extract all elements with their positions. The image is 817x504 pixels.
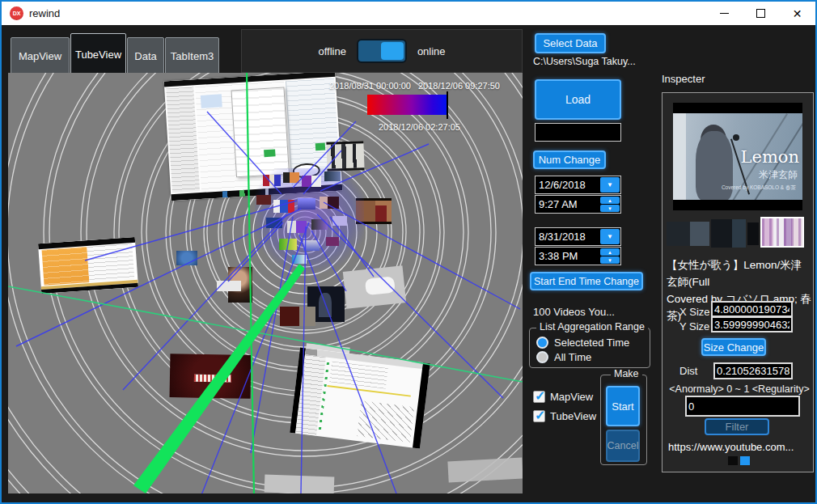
- filmstrip-thumbnail[interactable]: [667, 222, 709, 246]
- close-button[interactable]: ✕: [779, 2, 815, 25]
- time-gradient-bar[interactable]: [367, 95, 447, 115]
- start-end-time-change-button[interactable]: Start End Time Change: [530, 272, 643, 290]
- app-window: DX rewind ✕ MapView TubeView Data TabIte…: [0, 0, 817, 504]
- filmstrip-thumbnail[interactable]: [747, 222, 759, 245]
- groupbox-title: List Aggregation Range: [536, 321, 648, 332]
- anomaly-scale-label: <Anormaly> 0 ~ 1 <Regularity>: [665, 383, 814, 395]
- start-date-value: 8/31/2018: [539, 231, 586, 243]
- button-label: Select Data: [543, 37, 597, 49]
- button-label: Size Change: [704, 341, 764, 354]
- make-groupbox: Make Start Cancel: [600, 375, 647, 465]
- start-time-value: 3:38 PM: [539, 250, 578, 262]
- button-label: Num Change: [539, 154, 601, 166]
- page-dot-2-active[interactable]: [740, 456, 750, 465]
- radio-label[interactable]: All Time: [554, 351, 591, 363]
- filmstrip-thumbnail-selected[interactable]: [760, 217, 804, 248]
- select-data-button[interactable]: Select Data: [535, 33, 606, 53]
- end-time-picker[interactable]: 9:27 AM ▲▼: [535, 195, 621, 214]
- data-text-input[interactable]: [535, 123, 621, 142]
- maximize-icon: [756, 9, 765, 18]
- radio-selected-time[interactable]: [536, 337, 548, 349]
- video-url-link[interactable]: https://www.youtube.com...: [668, 441, 794, 453]
- selected-video-thumbnail[interactable]: Lemon 米津玄師 Covered by KOBASOLO & 春茶: [673, 103, 802, 210]
- url-text[interactable]: https://www.youtube.com...: [668, 441, 794, 453]
- num-change-button[interactable]: Num Change: [533, 150, 606, 169]
- spinner-up-icon[interactable]: ▲: [600, 248, 620, 256]
- button-label: Start End Time Change: [534, 276, 639, 287]
- dist-input[interactable]: [713, 362, 793, 379]
- videos-count-label: 100 Videos You...: [533, 306, 615, 318]
- filter-button[interactable]: Filter: [705, 418, 769, 435]
- maximize-button[interactable]: [743, 2, 779, 25]
- mapview-checkbox[interactable]: [533, 391, 545, 403]
- radio-all-time[interactable]: [536, 351, 548, 363]
- spinner-up-icon[interactable]: ▲: [600, 197, 620, 204]
- calendar-dropdown-icon[interactable]: [600, 177, 620, 193]
- button-label: Cancel: [607, 440, 639, 451]
- x-size-label: X Size: [679, 306, 710, 318]
- title-bar: DX rewind ✕: [2, 2, 815, 25]
- video-title-line1: 【女性が歌う】Lemon/米津玄師(Full: [667, 256, 812, 290]
- tubeview-checkbox-label[interactable]: TubeView: [550, 410, 596, 422]
- close-icon: ✕: [793, 8, 802, 19]
- spinner-down-icon[interactable]: ▼: [600, 256, 620, 264]
- calendar-dropdown-icon[interactable]: [600, 229, 620, 244]
- pagination-dots[interactable]: [728, 456, 750, 465]
- offline-label: offline: [318, 45, 345, 57]
- button-label: Filter: [726, 421, 749, 433]
- legend-marker-time: 2018/12/06 02:27:05: [379, 122, 460, 132]
- page-dot-1[interactable]: [728, 456, 738, 465]
- toggle-knob: [381, 42, 404, 60]
- thumbnail-artist-text: 米津玄師: [759, 168, 798, 182]
- online-toggle[interactable]: [357, 39, 407, 63]
- mapview-checkbox-label[interactable]: MapView: [550, 391, 593, 403]
- load-button[interactable]: Load: [535, 79, 621, 120]
- time-spinner[interactable]: ▲▼: [600, 197, 620, 212]
- button-label: Start: [612, 400, 633, 413]
- x-size-input[interactable]: [711, 301, 793, 317]
- start-button[interactable]: Start: [606, 386, 640, 426]
- dist-label: Dist: [679, 365, 697, 377]
- anomaly-input[interactable]: [685, 396, 800, 417]
- axes-and-links: [8, 73, 523, 493]
- online-label: online: [417, 45, 446, 57]
- y-size-label: Y Size: [679, 320, 709, 332]
- radio-label[interactable]: Selecteted Time: [554, 337, 629, 349]
- inspector-title: Inspecter: [662, 73, 705, 85]
- tab-data[interactable]: Data: [127, 37, 164, 75]
- legend-start-time: 2018/08/31 00:00:00: [329, 81, 411, 91]
- start-date-picker[interactable]: 8/31/2018: [535, 227, 621, 246]
- cancel-button[interactable]: Cancel: [606, 430, 640, 462]
- tab-label: TabItem3: [171, 50, 214, 62]
- legend-end-time: 2018/12/06 09:27:50: [418, 81, 500, 91]
- tab-label: MapView: [19, 50, 61, 62]
- end-date-value: 12/6/2018: [539, 179, 586, 191]
- tab-mapview[interactable]: MapView: [11, 37, 70, 75]
- start-time-picker[interactable]: 3:38 PM ▲▼: [535, 247, 621, 265]
- button-label: Load: [565, 93, 591, 106]
- end-date-picker[interactable]: 12/6/2018: [535, 176, 621, 194]
- spinner-down-icon[interactable]: ▼: [600, 205, 620, 212]
- tubeview-checkbox[interactable]: [533, 410, 545, 422]
- thumbnail-title-text: Lemon: [741, 147, 799, 167]
- size-change-button[interactable]: Size Change: [701, 338, 766, 356]
- groupbox-title: Make: [611, 368, 642, 379]
- aggregation-range-groupbox: List Aggregation Range Selecteted Time A…: [529, 328, 650, 368]
- y-size-input[interactable]: [711, 316, 793, 332]
- minimize-icon: [720, 13, 729, 14]
- tab-tabitem3[interactable]: TabItem3: [165, 37, 219, 75]
- minimize-button[interactable]: [706, 2, 743, 25]
- end-time-value: 9:27 AM: [539, 198, 578, 210]
- tab-label: TubeView: [75, 49, 121, 61]
- window-title: rewind: [29, 7, 60, 19]
- data-path: C:\Users\Suga Takuy...: [533, 56, 636, 67]
- app-icon: DX: [10, 6, 23, 20]
- tab-tubeview[interactable]: TubeView: [70, 33, 126, 75]
- time-marker[interactable]: [447, 91, 448, 119]
- thumbnail-credit-text: Covered by KOBASOLO & 春茶: [722, 184, 796, 192]
- tube-view-3d-viewport[interactable]: 2018/08/31 00:00:00 2018/12/06 09:27:50 …: [8, 73, 523, 493]
- connection-toggle-panel: offline online: [241, 29, 523, 73]
- filmstrip-thumbnail[interactable]: [711, 219, 746, 248]
- thumbnail-scene: Lemon 米津玄師 Covered by KOBASOLO & 春茶: [673, 113, 802, 200]
- time-spinner[interactable]: ▲▼: [600, 248, 620, 264]
